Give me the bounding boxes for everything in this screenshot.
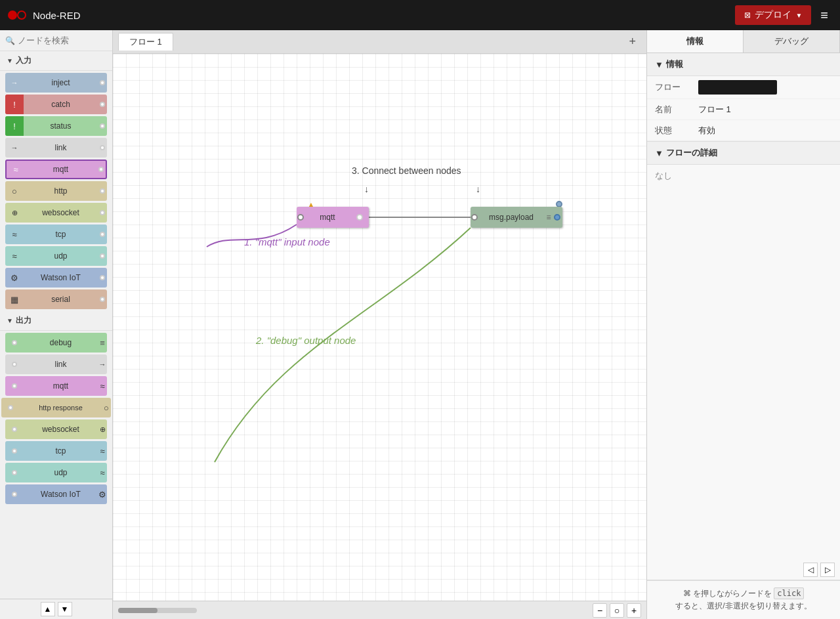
http-resp-icon: ○ <box>102 398 111 417</box>
flow-canvas[interactable]: ▲ mqtt msg.payl <box>113 54 646 601</box>
node-tcp-in[interactable]: ≈ tcp <box>5 224 107 244</box>
scroll-up-button[interactable]: ▲ <box>41 602 55 616</box>
watson-out-icon: ⚙ <box>98 484 107 504</box>
tcp-in-port <box>98 224 107 244</box>
flow-label: フロー <box>647 77 693 97</box>
flow-color-value <box>698 80 777 95</box>
arrow-down2-icon: ↓ <box>476 184 480 194</box>
node-watson-out[interactable]: Watson IoT ⚙ <box>5 484 107 504</box>
node-http-response[interactable]: http response ○ <box>1 398 111 417</box>
hint-text-1: ⌘ を押しながらノードを <box>683 589 772 598</box>
zoom-out-button[interactable]: − <box>593 603 607 618</box>
canvas-label-connect: 3. Connect between nodes <box>352 165 461 176</box>
flow-value <box>693 76 840 98</box>
mqtt-node-label: mqtt <box>308 213 346 222</box>
link-in-icon: → <box>5 138 24 158</box>
right-panel: 情報 デバッグ ▼ 情報 フロー 名前 フロー 1 状態 有効 <box>646 30 840 619</box>
debug-icon: ≡ <box>98 333 107 352</box>
serial-in-icon: ▦ <box>5 289 24 309</box>
catch-port <box>98 95 107 114</box>
node-http-in[interactable]: ○ http <box>5 181 107 201</box>
node-tcp-out-label: tcp <box>24 446 98 456</box>
canvas-controls: − ○ + <box>593 603 641 618</box>
deploy-chevron-icon: ▼ <box>795 12 802 19</box>
info-row-name: 名前 フロー 1 <box>647 99 840 120</box>
scroll-down-button[interactable]: ▼ <box>58 602 72 616</box>
section-input[interactable]: ▼ 入力 <box>0 51 112 71</box>
tab-flow1[interactable]: フロー 1 <box>118 33 173 51</box>
hint-icons: ◁ ▷ <box>647 560 840 580</box>
deploy-label: デプロイ <box>755 9 791 21</box>
node-inject-label: inject <box>24 78 98 87</box>
deploy-button[interactable]: ⊠ デプロイ ▼ <box>735 5 811 25</box>
node-debug[interactable]: debug ≡ <box>5 333 107 352</box>
node-udp-in-label: udp <box>24 251 98 261</box>
node-websocket-in[interactable]: ⊕ websocket <box>5 203 107 223</box>
chevron-detail-icon: ▼ <box>655 148 663 158</box>
chevron-down-icon: ▼ <box>7 57 13 64</box>
node-debug-label: debug <box>24 338 98 347</box>
msgpayload-right: ≡ <box>544 213 562 222</box>
node-mqtt-out[interactable]: mqtt ≈ <box>5 376 107 396</box>
detail-section-header: ▼ フローの詳細 <box>647 141 840 165</box>
mqtt-right-port <box>350 214 369 221</box>
canvas-label-debug: 2. "debug" output node <box>256 335 356 346</box>
ws-out-icon: ⊕ <box>98 419 107 439</box>
tab-debug[interactable]: デバッグ <box>744 30 840 53</box>
arrow-down-icon: ↓ <box>364 184 369 194</box>
hint-icon-right[interactable]: ▷ <box>820 563 835 577</box>
canvas-msgpayload-node[interactable]: msg.payload ≡ <box>471 207 562 228</box>
info-section-label: 情報 <box>666 58 683 70</box>
link-out-left <box>5 354 24 374</box>
search-icon: 🔍 <box>5 36 15 45</box>
section-output[interactable]: ▼ 出力 <box>0 311 112 331</box>
info-section-header: ▼ 情報 <box>647 53 840 76</box>
node-inject[interactable]: → inject <box>5 73 107 93</box>
link-in-port <box>98 138 107 158</box>
node-link-in[interactable]: → link <box>5 138 107 158</box>
scrollbar-area <box>118 608 197 613</box>
topbar: Node-RED ⊠ デプロイ ▼ ≡ <box>0 0 840 30</box>
node-serial-in[interactable]: ▦ serial <box>5 289 107 309</box>
node-udp-in[interactable]: ≈ udp <box>5 246 107 266</box>
search-input[interactable] <box>18 35 113 45</box>
connections-svg <box>113 54 646 601</box>
detail-value: なし <box>647 165 840 187</box>
http-resp-left <box>1 398 20 417</box>
node-watson-in[interactable]: ⚙ Watson IoT <box>5 268 107 288</box>
topbar-right: ⊠ デプロイ ▼ ≡ <box>735 5 832 26</box>
node-mqtt-in-label: mqtt <box>25 165 96 174</box>
hint-icon-left[interactable]: ◁ <box>803 563 818 577</box>
node-status[interactable]: ! status <box>5 116 107 136</box>
right-tabs: 情報 デバッグ <box>647 30 840 53</box>
tcp-in-icon: ≈ <box>5 224 24 244</box>
menu-button[interactable]: ≡ <box>816 5 832 26</box>
node-catch-label: catch <box>24 100 98 109</box>
canvas-mqtt-node[interactable]: mqtt <box>297 207 369 228</box>
add-tab-button[interactable]: + <box>623 35 641 49</box>
zoom-in-button[interactable]: + <box>627 603 641 618</box>
zoom-fit-button[interactable]: ○ <box>610 603 624 618</box>
status-port <box>98 116 107 136</box>
node-link-out[interactable]: link → <box>5 354 107 374</box>
debug-left-port <box>5 333 24 352</box>
node-mqtt-out-label: mqtt <box>24 381 98 391</box>
inject-port <box>98 73 107 93</box>
mqtt-left-port <box>297 214 304 221</box>
udp-out-icon: ≈ <box>98 463 107 482</box>
node-catch[interactable]: ! catch <box>5 95 107 114</box>
node-mqtt-in[interactable]: ≈ mqtt <box>5 160 107 179</box>
node-http-response-label: http response <box>20 404 102 412</box>
status-icon: ! <box>5 116 24 136</box>
node-tcp-in-label: tcp <box>24 230 98 239</box>
node-tcp-out[interactable]: tcp ≈ <box>5 441 107 461</box>
node-websocket-out[interactable]: websocket ⊕ <box>5 419 107 439</box>
canvas-label-mqtt: 1. "mqtt" input node <box>244 236 330 247</box>
node-udp-out[interactable]: udp ≈ <box>5 463 107 482</box>
list-icon: ≡ <box>546 213 551 222</box>
status-label: 状態 <box>647 121 693 140</box>
sidebar-arrows: ▲ ▼ <box>0 599 112 619</box>
tab-info[interactable]: 情報 <box>647 30 744 53</box>
scrollbar[interactable] <box>118 608 197 613</box>
app-logo <box>8 9 26 21</box>
